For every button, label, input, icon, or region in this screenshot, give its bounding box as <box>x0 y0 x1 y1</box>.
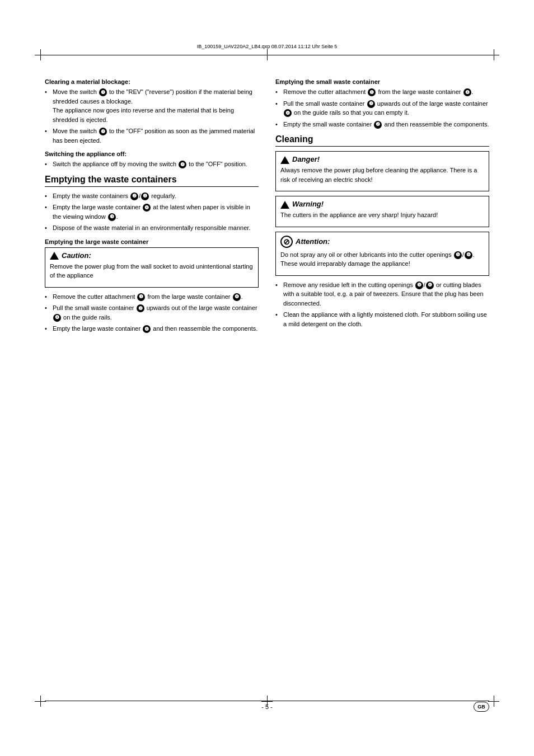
switching-off-heading: Switching the appliance off: <box>45 151 259 157</box>
danger-label: Danger! <box>292 155 320 163</box>
icon-4e: ❹ <box>463 88 471 96</box>
caution-box: Caution: Remove the power plug from the … <box>45 247 259 288</box>
caution-header: Caution: <box>50 251 254 260</box>
icon-4c: ❹ <box>53 314 61 322</box>
danger-triangle-icon <box>280 156 289 164</box>
emptying-small-heading: Emptying the small waste container <box>275 78 489 85</box>
caution-text: Remove the power plug from the wall sock… <box>50 262 254 280</box>
content: Clearing a material blockage: Move the s… <box>45 78 489 694</box>
danger-header: Danger! <box>280 155 484 163</box>
warning-label: Warning! <box>292 200 324 208</box>
icon-1c: ❶ <box>368 88 376 96</box>
clearing-blockage-section: Clearing a material blockage: Move the s… <box>45 78 259 145</box>
warning-header: Warning! <box>280 200 484 208</box>
list-item: Dispose of the waste material in an envi… <box>45 223 259 233</box>
footer: - 5 - GB <box>45 703 489 710</box>
clearing-blockage-list: Move the switch ❼ to the "REV" ("reverse… <box>45 87 259 145</box>
warning-triangle-icon <box>280 201 289 209</box>
icon-4: ❹ <box>143 204 151 212</box>
caution-label: Caution: <box>62 251 91 260</box>
list-item: Empty the large waste container ❹ and th… <box>45 324 259 334</box>
list-item: Remove the cutter attachment ❶ from the … <box>45 292 259 302</box>
icon-3: ❸ <box>108 213 116 221</box>
clearing-blockage-heading: Clearing a material blockage: <box>45 78 259 85</box>
attention-header: ⊘ Attention: <box>280 236 484 248</box>
crosshair-bl <box>35 696 46 707</box>
icon-7: ❼ <box>99 88 107 96</box>
icon-1: ❶ <box>141 192 149 200</box>
emptying-heading: Emptying the waste containers <box>45 175 259 187</box>
warning-text: The cutters in the appliance are very sh… <box>280 210 484 220</box>
col-right: Emptying the small waste container Remov… <box>275 78 489 694</box>
cleaning-heading: Cleaning <box>275 134 489 147</box>
icon-4d: ❹ <box>143 325 151 333</box>
icon-4f: ❹ <box>284 109 292 117</box>
attention-label: Attention: <box>296 237 330 246</box>
switching-off-section: Switching the appliance off: Switch the … <box>45 151 259 169</box>
file-info: IB_100159_UAV220A2_LB4.qxp 08.07.2014 11… <box>197 44 338 49</box>
emptying-list: Empty the waste containers ❷/❶ regularly… <box>45 191 259 233</box>
emptying-large-heading: Emptying the large waste container <box>45 238 259 245</box>
list-item: Empty the small waste container ❷ and th… <box>275 120 489 129</box>
crosshair-br <box>488 696 499 707</box>
icon-2d: ❷ <box>374 121 382 129</box>
page-number: - 5 - <box>261 703 273 710</box>
warning-box: Warning! The cutters in the appliance ar… <box>275 196 489 227</box>
icon-1b: ❶ <box>137 293 145 301</box>
icon-6b: ❻ <box>426 281 434 289</box>
list-item: Empty the large waste container ❹ at the… <box>45 203 259 221</box>
list-item: Switch the appliance off by moving the s… <box>45 159 259 169</box>
emptying-small-list: Remove the cutter attachment ❶ from the … <box>275 87 489 129</box>
icon-2c: ❷ <box>367 100 375 108</box>
icon-5b: ❺ <box>415 281 423 289</box>
emptying-small-section: Emptying the small waste container Remov… <box>275 78 489 129</box>
emptying-section: Emptying the waste containers Empty the … <box>45 175 259 233</box>
list-item: Clean the appliance with a lightly moist… <box>275 310 489 328</box>
danger-text: Always remove the power plug before clea… <box>280 166 484 184</box>
icon-2b: ❷ <box>137 304 144 312</box>
icon-7c: ❼ <box>179 161 186 168</box>
danger-box: Danger! Always remove the power plug bef… <box>275 151 489 191</box>
list-item: Remove any residue left in the cutting o… <box>275 280 489 308</box>
page: IB_100159_UAV220A2_LB4.qxp 08.07.2014 11… <box>0 0 534 756</box>
switching-off-list: Switch the appliance off by moving the s… <box>45 159 259 169</box>
icon-5: ❺ <box>454 251 462 259</box>
gb-badge: GB <box>474 702 489 712</box>
top-border <box>45 55 489 55</box>
emptying-large-list: Remove the cutter attachment ❶ from the … <box>45 292 259 334</box>
attention-text: Do not spray any oil or other lubricants… <box>280 250 484 269</box>
col-left: Clearing a material blockage: Move the s… <box>45 78 259 694</box>
icon-2: ❷ <box>130 192 138 200</box>
icon-4b: ❹ <box>233 293 241 301</box>
list-item: Remove the cutter attachment ❶ from the … <box>275 87 489 97</box>
list-item: Move the switch ❼ to the "REV" ("reverse… <box>45 87 259 124</box>
caution-triangle-icon <box>50 252 59 260</box>
icon-6: ❻ <box>465 251 472 259</box>
crosshair-tr <box>488 49 499 60</box>
bottom-border <box>45 701 489 701</box>
list-item: Move the switch ❼ to the "OFF" position … <box>45 126 259 145</box>
cleaning-section: Cleaning Danger! Always remove the power… <box>275 134 489 328</box>
icon-7b: ❼ <box>99 128 107 135</box>
cleaning-list: Remove any residue left in the cutting o… <box>275 280 489 329</box>
list-item: Pull the small waste container ❷ upwards… <box>45 303 259 322</box>
attention-box: ⊘ Attention: Do not spray any oil or oth… <box>275 232 489 276</box>
emptying-large-section: Emptying the large waste container Cauti… <box>45 238 259 334</box>
list-item: Pull the small waste container ❷ upwards… <box>275 99 489 118</box>
attention-circle-icon: ⊘ <box>280 236 293 248</box>
list-item: Empty the waste containers ❷/❶ regularly… <box>45 191 259 201</box>
crosshair-tl <box>35 49 46 60</box>
